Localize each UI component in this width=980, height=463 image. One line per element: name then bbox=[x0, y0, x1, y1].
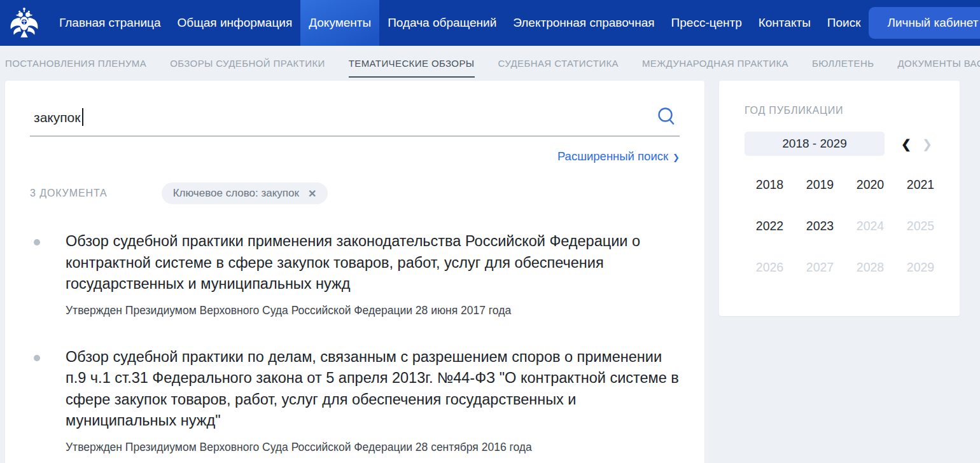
year-option-2025: 2025 bbox=[895, 205, 946, 247]
topnav-items: Главная страница Общая информация Докуме… bbox=[51, 0, 869, 46]
subnav-item-thematic-reviews[interactable]: ТЕМАТИЧЕСКИЕ ОБЗОРЫ bbox=[349, 46, 475, 81]
search-icon[interactable] bbox=[657, 106, 677, 129]
results-header: 3 ДОКУМЕНТА Ключевое слово: закупок ✕ bbox=[30, 183, 680, 204]
nav-item-submit-appeals[interactable]: Подача обращений bbox=[379, 0, 505, 46]
advanced-search-row: Расширенный поиск❯ bbox=[30, 149, 680, 163]
document-title[interactable]: Обзор судебной практики по делам, связан… bbox=[66, 347, 680, 432]
year-option-2028: 2028 bbox=[845, 247, 895, 288]
results-count: 3 ДОКУМЕНТА bbox=[30, 188, 108, 199]
year-option-2022[interactable]: 2022 bbox=[745, 205, 795, 247]
filter-chip-label: Ключевое слово: закупок bbox=[173, 187, 299, 200]
documents-subnav: ПОСТАНОВЛЕНИЯ ПЛЕНУМА ОБЗОРЫ СУДЕБНОЙ ПР… bbox=[0, 46, 980, 81]
top-navigation: Главная страница Общая информация Докуме… bbox=[0, 0, 980, 46]
document-meta: Утвержден Президиумом Верховного Суда Ро… bbox=[66, 304, 680, 317]
list-item[interactable]: Обзор судебной практики применения закон… bbox=[30, 231, 680, 317]
chevron-right-icon: ❯ bbox=[673, 153, 680, 162]
year-option-2024: 2024 bbox=[845, 205, 895, 247]
search-bar bbox=[30, 106, 680, 137]
filter-title: ГОД ПУБЛИКАЦИИ bbox=[745, 105, 960, 116]
year-option-2019[interactable]: 2019 bbox=[795, 164, 845, 205]
eagle-emblem-icon bbox=[8, 5, 41, 41]
chevron-left-icon[interactable]: ❮ bbox=[901, 137, 911, 151]
nav-item-search[interactable]: Поиск bbox=[819, 0, 869, 46]
subnav-item-vas-rf-documents[interactable]: ДОКУМЕНТЫ ВАС РФ bbox=[898, 46, 980, 81]
page-content: Расширенный поиск❯ 3 ДОКУМЕНТА Ключевое … bbox=[0, 81, 980, 463]
nav-item-home[interactable]: Главная страница bbox=[51, 0, 169, 46]
coat-of-arms-logo[interactable] bbox=[8, 0, 41, 46]
text-cursor bbox=[82, 108, 83, 126]
subnav-item-plenum-resolutions[interactable]: ПОСТАНОВЛЕНИЯ ПЛЕНУМА bbox=[5, 46, 146, 81]
document-body: Обзор судебной практики по делам, связан… bbox=[66, 347, 680, 454]
subnav-item-judicial-statistics[interactable]: СУДЕБНАЯ СТАТИСТИКА bbox=[498, 46, 619, 81]
year-option-2023[interactable]: 2023 bbox=[795, 205, 845, 247]
subnav-item-judicial-practice-reviews[interactable]: ОБЗОРЫ СУДЕБНОЙ ПРАКТИКИ bbox=[170, 46, 325, 81]
bullet-icon bbox=[34, 239, 40, 245]
year-option-2027: 2027 bbox=[795, 247, 845, 288]
search-results-card: Расширенный поиск❯ 3 ДОКУМЕНТА Ключевое … bbox=[5, 81, 704, 463]
year-range-value[interactable]: 2018 - 2029 bbox=[745, 132, 885, 156]
personal-account-button[interactable]: Личный кабинет bbox=[869, 7, 980, 39]
close-icon[interactable]: ✕ bbox=[308, 188, 316, 200]
nav-item-contacts[interactable]: Контакты bbox=[750, 0, 819, 46]
year-range-row: 2018 - 2029 ❮ ❯ bbox=[745, 132, 960, 156]
document-title[interactable]: Обзор судебной практики применения закон… bbox=[66, 231, 680, 295]
year-option-2029: 2029 bbox=[895, 247, 946, 288]
bullet-icon bbox=[34, 355, 40, 361]
document-body: Обзор судебной практики применения закон… bbox=[66, 231, 680, 317]
list-item[interactable]: Обзор судебной практики по делам, связан… bbox=[30, 347, 680, 454]
year-option-2018[interactable]: 2018 bbox=[745, 164, 795, 205]
year-option-2026: 2026 bbox=[745, 247, 795, 288]
nav-item-e-reference[interactable]: Электронная справочная bbox=[505, 0, 662, 46]
nav-item-general-info[interactable]: Общая информация bbox=[169, 0, 301, 46]
keyword-filter-chip[interactable]: Ключевое слово: закупок ✕ bbox=[162, 183, 328, 204]
year-grid: 2018 2019 2020 2021 2022 2023 2024 2025 … bbox=[745, 164, 960, 288]
document-list: Обзор судебной практики применения закон… bbox=[30, 231, 680, 454]
search-input[interactable] bbox=[30, 106, 680, 125]
advanced-search-label: Расширенный поиск bbox=[557, 149, 668, 163]
nav-item-press-center[interactable]: Пресс-центр bbox=[663, 0, 750, 46]
chevron-right-icon[interactable]: ❯ bbox=[922, 137, 932, 151]
year-option-2021[interactable]: 2021 bbox=[895, 164, 946, 205]
subnav-item-bulletin[interactable]: БЮЛЛЕТЕНЬ bbox=[812, 46, 874, 81]
year-option-2020[interactable]: 2020 bbox=[845, 164, 895, 205]
nav-item-documents[interactable]: Документы bbox=[300, 0, 379, 46]
document-meta: Утвержден Президиумом Верховного Суда Ро… bbox=[66, 441, 680, 454]
subnav-item-international-practice[interactable]: МЕЖДУНАРОДНАЯ ПРАКТИКА bbox=[642, 46, 788, 81]
advanced-search-link[interactable]: Расширенный поиск❯ bbox=[557, 149, 680, 163]
publication-year-filter: ГОД ПУБЛИКАЦИИ 2018 - 2029 ❮ ❯ 2018 2019… bbox=[719, 81, 960, 316]
